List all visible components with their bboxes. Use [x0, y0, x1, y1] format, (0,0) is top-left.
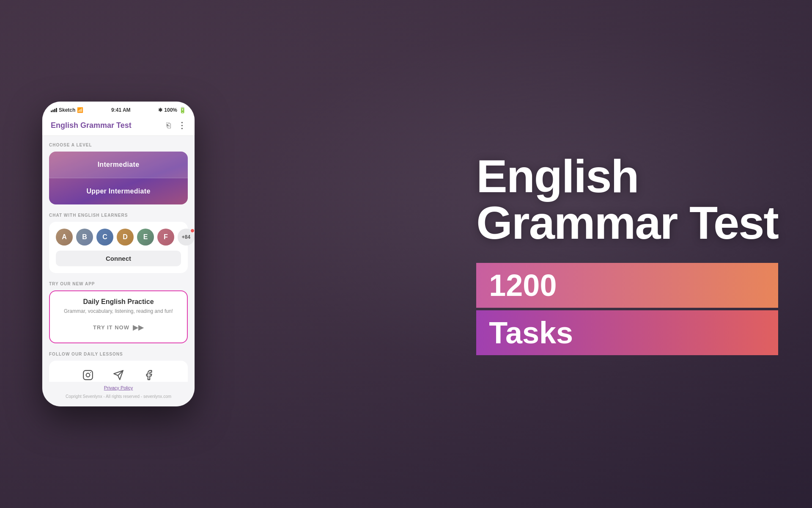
status-bar: Sketch 📶 9:41 AM ✱ 100% 🔋 — [42, 102, 195, 117]
tasks-number: 1200 — [476, 263, 778, 308]
bluetooth-icon: ✱ — [158, 107, 162, 113]
promo-section: TRY OUR NEW APP Daily English Practice G… — [49, 282, 188, 343]
chat-section: CHAT WITH ENGLISH LEARNERS A B C — [49, 213, 188, 273]
phone-mockup: Sketch 📶 9:41 AM ✱ 100% 🔋 English Gramma… — [42, 102, 195, 406]
avatar-2: B — [76, 229, 93, 246]
upper-intermediate-button[interactable]: Upper Intermediate — [49, 178, 188, 204]
more-icon[interactable]: ⋮ — [178, 120, 186, 130]
telegram-icon[interactable] — [111, 367, 126, 382]
follow-card — [49, 361, 188, 382]
facebook-icon[interactable] — [141, 367, 156, 382]
avatar-5: E — [137, 229, 154, 246]
online-indicator — [190, 229, 195, 233]
copyright-text: Copright Sevenlynx - All rights reserved… — [66, 394, 171, 399]
privacy-policy-link[interactable]: Privacy Policy — [49, 385, 188, 390]
avatar-4: D — [117, 229, 134, 246]
follow-section: FOLLOW OUR DAILY LESSONS — [49, 352, 188, 382]
promo-card: Daily English Practice Grammar, vocabula… — [49, 290, 188, 343]
choose-level-label: CHOOSE A LEVEL — [49, 143, 188, 147]
level-card: Intermediate Upper Intermediate — [49, 152, 188, 204]
promo-subtitle: Grammar, vocabulary, listening, reading … — [57, 308, 180, 314]
svg-rect-0 — [83, 370, 93, 380]
status-time: 9:41 AM — [111, 107, 131, 113]
phone-footer: Privacy Policy Copright Sevenlynx - All … — [42, 382, 195, 406]
choose-level-section: CHOOSE A LEVEL Intermediate Upper Interm… — [49, 143, 188, 204]
share-icon[interactable]: ⎗ — [166, 121, 171, 130]
chat-label: CHAT WITH ENGLISH LEARNERS — [49, 213, 188, 218]
promo-title: Daily English Practice — [57, 298, 180, 306]
svg-point-1 — [86, 373, 90, 377]
intermediate-button[interactable]: Intermediate — [49, 152, 188, 178]
status-left: Sketch 📶 — [51, 107, 83, 113]
battery-label: 100% — [164, 107, 177, 113]
chat-card: A B C D E — [49, 222, 188, 273]
svg-point-2 — [90, 372, 91, 373]
tasks-container: 1200 Tasks — [476, 263, 778, 355]
right-panel: EnglishGrammar Test 1200 Tasks — [476, 153, 778, 355]
avatar-6: F — [157, 229, 174, 246]
follow-label: FOLLOW OUR DAILY LESSONS — [49, 352, 188, 356]
phone-content: CHOOSE A LEVEL Intermediate Upper Interm… — [42, 136, 195, 382]
app-header: English Grammar Test ⎗ ⋮ — [42, 117, 195, 136]
promo-label: TRY OUR NEW APP — [49, 282, 188, 286]
instagram-icon[interactable] — [80, 367, 96, 382]
avatars-row: A B C D E — [56, 229, 181, 246]
main-title: EnglishGrammar Test — [476, 153, 778, 246]
avatar-1: A — [56, 229, 73, 246]
header-actions: ⎗ ⋮ — [166, 120, 186, 130]
battery-icon: 🔋 — [179, 107, 186, 113]
avatar-count: +84 — [178, 229, 195, 246]
try-button[interactable]: TRY IT NOW ▶▶ — [57, 319, 180, 336]
carrier-label: Sketch — [59, 107, 75, 113]
wifi-icon: 📶 — [77, 107, 83, 113]
avatar-3: C — [96, 229, 113, 246]
connect-button[interactable]: Connect — [56, 251, 181, 266]
phone: Sketch 📶 9:41 AM ✱ 100% 🔋 English Gramma… — [42, 102, 195, 406]
status-right: ✱ 100% 🔋 — [158, 107, 186, 113]
tasks-label: Tasks — [476, 310, 778, 355]
app-header-title: English Grammar Test — [51, 121, 132, 130]
play-icon: ▶▶ — [133, 323, 144, 331]
signal-icon — [51, 108, 57, 112]
